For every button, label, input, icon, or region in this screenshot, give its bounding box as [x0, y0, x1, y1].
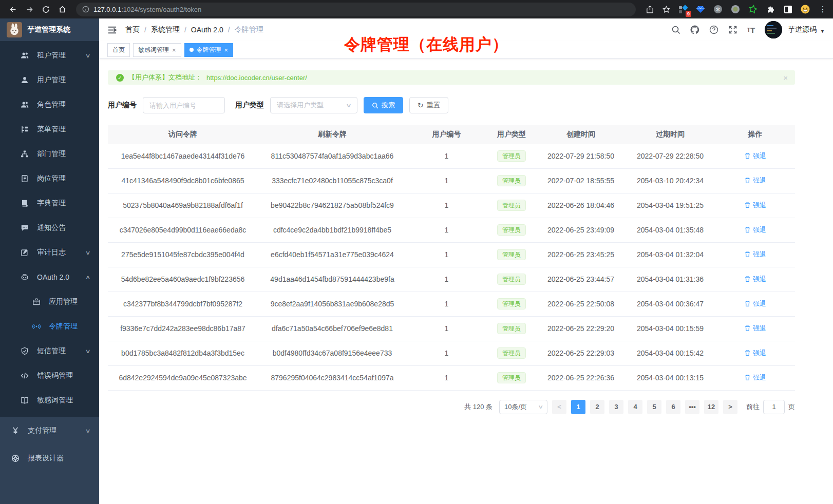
force-logout-button[interactable]: 强退: [744, 324, 766, 333]
sidebar-item[interactable]: 通知公告: [0, 216, 99, 240]
browser-menu-icon[interactable]: ⋮: [818, 4, 828, 14]
breadcrumb-item[interactable]: OAuth 2.0: [191, 26, 223, 34]
bookmark-star-icon[interactable]: [658, 2, 674, 16]
sidebar-submenu: 租户管理 ∨ 用户管理 角色管理 菜单管理 部门管理 岗位管理 字典管理 通知公…: [0, 41, 99, 417]
tab[interactable]: 令牌管理 ×: [184, 43, 234, 57]
page-button[interactable]: 3: [609, 400, 623, 414]
breadcrumb-item[interactable]: 系统管理: [151, 25, 180, 34]
sidebar-item[interactable]: 报表设计器: [0, 444, 99, 472]
tab-close-icon[interactable]: ×: [224, 46, 229, 54]
table-row: 275e5de9151045fe87cbdc395e004f4d e6cfd40…: [108, 242, 795, 267]
table-header-row: 访问令牌刷新令牌用户编号用户类型创建时间过期时间操作: [108, 125, 795, 144]
profile-emoji-icon[interactable]: [800, 4, 810, 14]
user-type-badge: 管理员: [497, 347, 526, 359]
green-star-extension-icon[interactable]: [748, 4, 758, 14]
app-logo-row[interactable]: 芋道管理系统: [0, 18, 99, 41]
force-logout-button[interactable]: 强退: [744, 201, 766, 210]
force-logout-button[interactable]: 强退: [744, 373, 766, 382]
expire-time-cell: 2054-03-04 00:15:42: [625, 341, 715, 365]
user-id-cell: 1: [407, 267, 486, 292]
reload-icon[interactable]: [38, 2, 53, 16]
refresh-token-cell: dfa6c71a50a54c66bef706ef9e6e8d81: [258, 316, 407, 341]
page-button[interactable]: 5: [647, 400, 661, 414]
trash-icon: [744, 177, 751, 184]
help-icon[interactable]: [709, 25, 718, 34]
tab-close-icon[interactable]: ×: [172, 46, 176, 54]
sidebar-item[interactable]: OAuth 2.0 ∧: [0, 265, 99, 289]
site-info-icon[interactable]: [82, 6, 89, 13]
share-icon[interactable]: [642, 2, 657, 16]
force-logout-button[interactable]: 强退: [744, 151, 766, 161]
sidebar-item[interactable]: 字典管理: [0, 191, 99, 216]
avatar[interactable]: [765, 21, 782, 38]
force-logout-button[interactable]: 强退: [744, 348, 766, 358]
force-logout-button[interactable]: 强退: [744, 225, 766, 235]
user-type-select[interactable]: 请选择用户类型∨: [270, 97, 357, 113]
next-page-button[interactable]: >: [723, 400, 737, 414]
split-screen-icon[interactable]: [783, 4, 793, 14]
code-icon: [21, 372, 29, 380]
address-bar[interactable]: 127.0.0.1:1024/system/oauth2/token: [76, 3, 636, 16]
puzzle-extensions-icon[interactable]: [765, 4, 775, 14]
page-size-select[interactable]: 10条/页∨: [499, 400, 547, 414]
sidebar-item[interactable]: 短信管理 ∨: [0, 339, 99, 363]
github-icon[interactable]: [690, 25, 699, 34]
forward-icon[interactable]: [22, 2, 37, 16]
breadcrumb-separator: /: [184, 26, 186, 34]
header-search-icon[interactable]: [671, 25, 680, 34]
breadcrumb-item: 令牌管理: [235, 25, 263, 34]
search-button[interactable]: 搜索: [364, 97, 403, 113]
alert-close-icon[interactable]: ×: [783, 73, 788, 82]
more-pages-button[interactable]: •••: [685, 400, 699, 414]
user-type-badge: 管理员: [497, 150, 526, 162]
access-token-cell: 6d842e2924594de9a09e45e087323abe: [108, 365, 258, 390]
sidebar-item[interactable]: 敏感词管理: [0, 388, 99, 413]
sidebar-item[interactable]: 支付管理 ∨: [0, 417, 99, 444]
column-header: 用户类型: [486, 125, 537, 144]
font-size-icon[interactable]: TT: [747, 26, 755, 34]
sidebar-item[interactable]: 部门管理: [0, 142, 99, 166]
org-icon: [21, 150, 29, 158]
breadcrumb-item[interactable]: 首页: [125, 25, 140, 34]
page-button[interactable]: 12: [704, 400, 718, 414]
prev-page-button[interactable]: <: [552, 400, 566, 414]
sidebar-item[interactable]: 审计日志 ∨: [0, 240, 99, 265]
sidebar-item[interactable]: 租户管理 ∨: [0, 43, 99, 68]
page-button[interactable]: 2: [590, 400, 604, 414]
user-menu-caret-icon[interactable]: ▼: [820, 29, 825, 34]
page-button[interactable]: 4: [628, 400, 642, 414]
sidebar-item[interactable]: 令牌管理: [0, 314, 99, 339]
tab-group-extension-icon[interactable]: 9: [678, 4, 688, 14]
home-icon[interactable]: [54, 2, 70, 16]
record-extension-icon[interactable]: [730, 4, 741, 14]
back-icon[interactable]: [5, 2, 21, 16]
access-token-cell: b0d1785bc3a8482f812db4a3f3bd15ec: [108, 341, 258, 365]
doc-link[interactable]: https://doc.iocoder.cn/user-center/: [206, 74, 307, 82]
chevron-icon: ∨: [85, 348, 90, 355]
force-logout-button[interactable]: 强退: [744, 299, 766, 308]
sidebar-item[interactable]: 岗位管理: [0, 166, 99, 191]
tab[interactable]: 首页: [107, 43, 130, 57]
command-extension-icon[interactable]: ✻: [713, 4, 723, 14]
user-id-input[interactable]: [143, 97, 225, 113]
page-button[interactable]: 6: [666, 400, 680, 414]
sidebar-item[interactable]: 用户管理: [0, 68, 99, 92]
force-logout-button[interactable]: 强退: [744, 176, 766, 185]
force-logout-button[interactable]: 强退: [744, 250, 766, 259]
page-button[interactable]: 1: [571, 400, 585, 414]
goto-page-input[interactable]: [763, 400, 785, 414]
force-logout-button[interactable]: 强退: [744, 275, 766, 284]
collapse-sidebar-icon[interactable]: [107, 25, 117, 35]
trash-icon: [744, 374, 751, 381]
user-id-cell: 1: [407, 193, 486, 218]
gem-extension-icon[interactable]: [695, 4, 706, 14]
fullscreen-icon[interactable]: [728, 25, 737, 34]
sidebar-item[interactable]: 应用管理: [0, 289, 99, 314]
sidebar-item[interactable]: 菜单管理: [0, 117, 99, 142]
column-header: 创建时间: [537, 125, 625, 144]
username[interactable]: 芋道源码: [788, 25, 817, 34]
reset-button[interactable]: ↻ 重置: [409, 97, 448, 113]
tab[interactable]: 敏感词管理 ×: [133, 43, 181, 57]
sidebar-item[interactable]: 角色管理: [0, 92, 99, 117]
sidebar-item[interactable]: 错误码管理: [0, 363, 99, 388]
